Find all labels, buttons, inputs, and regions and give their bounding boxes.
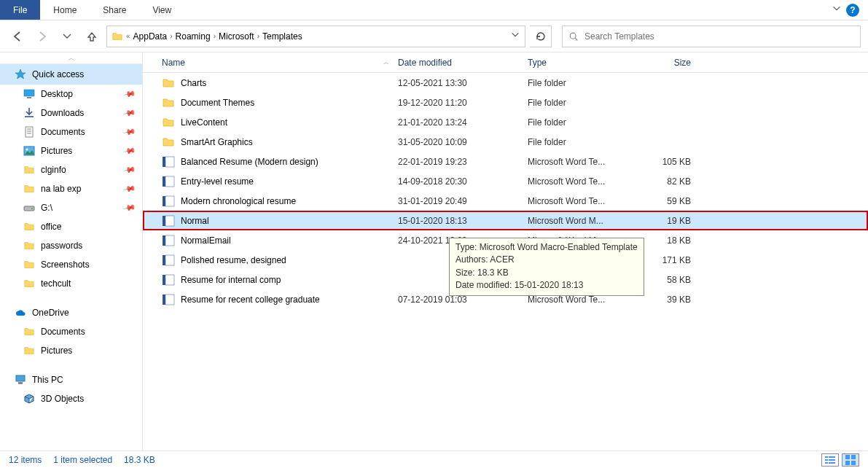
word-document-icon [162, 293, 175, 306]
search-input[interactable] [584, 31, 854, 42]
word-document-icon [162, 254, 175, 267]
ribbon-expand-icon[interactable] [832, 4, 842, 16]
sidebar-quick-access[interactable]: Quick access [0, 64, 142, 85]
nav-history-dropdown[interactable] [57, 26, 77, 47]
download-icon [23, 107, 35, 119]
pin-icon: 📌 [123, 87, 137, 101]
pin-icon: 📌 [123, 106, 137, 120]
file-name: Modern chronological resume [181, 196, 296, 206]
file-row[interactable]: Normal15-01-2020 18:13Microsoft Word M..… [143, 211, 868, 230]
sidebar-item-od-documents[interactable]: Documents [0, 322, 142, 341]
file-row[interactable]: Balanced Resume (Modern design)22-01-201… [143, 152, 868, 171]
breadcrumb[interactable]: « AppData› Roaming› Microsoft› Templates [106, 26, 525, 47]
sidebar-item-3dobjects[interactable]: 3D Objects [0, 389, 142, 408]
sidebar-item-downloads[interactable]: Downloads📌 [0, 104, 142, 122]
ribbon-tabs: File Home Share View ? [0, 0, 868, 20]
folder-icon [23, 326, 35, 338]
file-tooltip: Type: Microsoft Word Macro-Enabled Templ… [449, 238, 644, 296]
folder-icon [23, 240, 35, 251]
sidebar-item-passwords[interactable]: passwords [0, 236, 142, 255]
view-details-button[interactable] [821, 453, 839, 467]
nav-back-button[interactable] [7, 26, 28, 47]
breadcrumb-item[interactable]: Microsoft› [219, 31, 259, 42]
sidebar-item-screenshots[interactable]: Screenshots [0, 255, 142, 274]
file-type: Microsoft Word Te... [523, 157, 633, 167]
nav-up-button[interactable] [82, 26, 102, 47]
breadcrumb-ellipsis[interactable]: « [126, 32, 130, 40]
ribbon-tab-share[interactable]: Share [90, 0, 139, 20]
file-row[interactable]: SmartArt Graphics31-05-2020 10:09File fo… [143, 132, 868, 152]
picture-icon [23, 145, 35, 157]
word-document-icon [162, 234, 175, 247]
navigation-bar: « AppData› Roaming› Microsoft› Templates [0, 20, 868, 52]
search-box[interactable] [562, 26, 861, 47]
file-type: File folder [523, 78, 633, 88]
column-header-date[interactable]: Date modified [394, 58, 523, 68]
nav-forward-button[interactable] [32, 26, 52, 47]
ribbon-tab-file[interactable]: File [0, 0, 40, 20]
file-row[interactable]: Charts12-05-2021 13:30File folder [143, 73, 868, 93]
ribbon-tab-home[interactable]: Home [40, 0, 90, 20]
file-row[interactable]: LiveContent21-01-2020 13:24File folder [143, 112, 868, 132]
breadcrumb-item[interactable]: Templates [262, 31, 302, 42]
column-header-type[interactable]: Type [523, 58, 633, 68]
file-name: Balanced Resume (Modern design) [181, 157, 318, 167]
file-date: 19-12-2020 11:20 [394, 98, 523, 108]
word-document-icon [162, 155, 175, 168]
document-icon [23, 126, 35, 138]
file-date: 31-05-2020 10:09 [394, 137, 523, 147]
word-document-icon [162, 175, 175, 188]
sidebar-item-techcult[interactable]: techcult [0, 274, 142, 293]
status-bar: 12 items 1 item selected 18.3 KB [0, 451, 868, 468]
drive-icon [23, 202, 35, 214]
folder-icon [162, 136, 175, 149]
file-name: Resume for recent college graduate [181, 295, 320, 305]
sidebar-onedrive[interactable]: OneDrive [0, 303, 142, 322]
sidebar-item-pictures[interactable]: Pictures📌 [0, 141, 142, 160]
help-icon[interactable]: ? [846, 4, 859, 17]
status-selected-size: 18.3 KB [124, 455, 155, 465]
sidebar-item-desktop[interactable]: Desktop📌 [0, 85, 142, 104]
breadcrumb-folder-icon [112, 31, 123, 42]
column-header-size[interactable]: Size [633, 58, 705, 68]
breadcrumb-dropdown-icon[interactable] [510, 30, 520, 42]
file-type: Microsoft Word Te... [523, 176, 633, 187]
word-document-icon [162, 195, 175, 208]
sidebar-item-od-pictures[interactable]: Pictures [0, 341, 142, 360]
file-size: 105 KB [633, 157, 705, 167]
star-icon [15, 69, 26, 80]
file-row[interactable]: Document Themes19-12-2020 11:20File fold… [143, 93, 868, 112]
file-type: Microsoft Word Te... [523, 295, 633, 305]
file-name: Normal [181, 216, 209, 226]
file-list-pane: Name︿ Date modified Type Size Charts12-0… [143, 52, 868, 451]
file-type: File folder [523, 137, 633, 147]
refresh-button[interactable] [530, 26, 552, 47]
file-date: 21-01-2020 13:24 [394, 117, 523, 128]
sidebar-this-pc[interactable]: This PC [0, 370, 142, 389]
ribbon-tab-view[interactable]: View [139, 0, 184, 20]
column-header-name[interactable]: Name︿ [157, 58, 394, 68]
sidebar-item-office[interactable]: office [0, 217, 142, 236]
sidebar-scroll-up[interactable]: ︿ [0, 52, 142, 64]
word-document-icon [162, 214, 175, 227]
view-large-icons-button[interactable] [842, 453, 859, 467]
folder-icon [23, 278, 35, 289]
file-row[interactable]: Entry-level resume14-09-2018 20:30Micros… [143, 171, 868, 191]
file-size: 19 KB [633, 216, 705, 226]
file-size: 39 KB [633, 295, 705, 305]
breadcrumb-item[interactable]: Roaming› [176, 31, 216, 42]
file-size: 82 KB [633, 176, 705, 187]
file-name: SmartArt Graphics [181, 137, 253, 147]
sidebar-item-nalab[interactable]: na lab exp📌 [0, 179, 142, 198]
file-row[interactable]: Modern chronological resume31-01-2019 20… [143, 191, 868, 211]
navigation-pane[interactable]: ︿ Quick access Desktop📌 Downloads📌 Docum… [0, 52, 143, 451]
pc-icon [15, 374, 26, 386]
monitor-icon [23, 88, 35, 100]
breadcrumb-item[interactable]: AppData› [133, 31, 173, 42]
sidebar-item-documents[interactable]: Documents📌 [0, 122, 142, 141]
sidebar-item-gdrive[interactable]: G:\📌 [0, 198, 142, 217]
pin-icon: 📌 [123, 125, 137, 139]
folder-icon [23, 259, 35, 270]
word-document-icon [162, 273, 175, 286]
sidebar-item-clginfo[interactable]: clginfo📌 [0, 160, 142, 179]
